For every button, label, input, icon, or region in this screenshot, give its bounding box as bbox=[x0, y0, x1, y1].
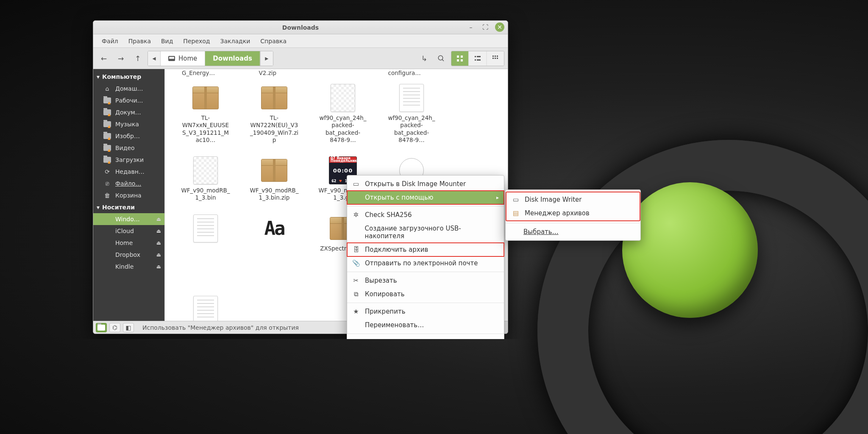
sidebar-media-item[interactable]: Windo…⏏ bbox=[93, 213, 164, 225]
back-button[interactable]: ← bbox=[97, 51, 111, 66]
menu-help[interactable]: Справка bbox=[256, 36, 291, 46]
compact-icon bbox=[492, 55, 499, 62]
menu-go[interactable]: Переход bbox=[179, 36, 214, 46]
breadcrumb: ◂ Home Downloads ▸ bbox=[147, 51, 273, 66]
chevron-right-icon: ▸ bbox=[496, 195, 499, 200]
sidebar-section-computer[interactable]: ▾ Компьютер bbox=[93, 71, 164, 83]
view-mode-switcher bbox=[451, 51, 504, 66]
status-tree-button[interactable]: ⌬ bbox=[109, 323, 120, 332]
svg-rect-6 bbox=[475, 56, 476, 57]
window-title: Downloads bbox=[93, 24, 508, 31]
titlebar[interactable]: Downloads – ⛶ ✕ bbox=[93, 21, 508, 34]
sidebar-media-item[interactable]: Home⏏ bbox=[93, 237, 164, 249]
toggle-path-button[interactable]: ↳ bbox=[417, 51, 431, 66]
ctx-mount-archive[interactable]: 🗄Подключить архив bbox=[347, 243, 504, 256]
search-button[interactable] bbox=[434, 51, 448, 66]
svg-rect-8 bbox=[475, 59, 476, 61]
sidebar-item[interactable]: Докум…▲ bbox=[93, 106, 164, 118]
sidebar: ▾ Компьютер ⌂Домаш…Рабочи…▲Докум…▲Музыка… bbox=[93, 69, 164, 321]
sidebar-item[interactable]: Рабочи…▲ bbox=[93, 95, 164, 106]
menu-view[interactable]: Вид bbox=[157, 36, 177, 46]
sidebar-item[interactable]: ⟳Недавн… bbox=[93, 166, 164, 178]
breadcrumb-prev[interactable]: ◂ bbox=[148, 51, 161, 66]
file-item[interactable] bbox=[180, 214, 231, 284]
menu-file[interactable]: Файл bbox=[97, 36, 122, 46]
sidebar-section-media[interactable]: ▾ Носители bbox=[93, 201, 164, 213]
ctx-check-sha256[interactable]: ✲Check SHA256 bbox=[347, 208, 504, 222]
sidebar-item[interactable]: Музыка▲ bbox=[93, 118, 164, 130]
ctx-make-usb[interactable]: Создание загрузочного USB-накопителя bbox=[347, 222, 504, 243]
file-item[interactable]: wf90_cyan_24h_packed-bat_packed-8478-9… bbox=[317, 83, 368, 144]
ctx-pin[interactable]: ★Прикрепить bbox=[347, 305, 504, 318]
sidebar-media-item[interactable]: iCloud⏏ bbox=[93, 225, 164, 237]
toolbar: ← → ↑ ◂ Home Downloads ▸ ↳ bbox=[93, 48, 508, 69]
up-button[interactable]: ↑ bbox=[131, 51, 145, 66]
file-item[interactable]: TL-WN722N(EU)_V3_190409_Win7.zip bbox=[249, 83, 300, 144]
svg-rect-3 bbox=[461, 56, 463, 58]
sub-archive-manager[interactable]: ▤Менеджер архивов bbox=[507, 206, 639, 220]
ctx-trash[interactable]: 🗑Удалить в корзину bbox=[347, 336, 504, 339]
svg-rect-12 bbox=[497, 56, 498, 57]
status-sidebar-button[interactable]: ◧ bbox=[123, 323, 134, 332]
ctx-send-email[interactable]: 📎Отправить по электронной почте bbox=[347, 256, 504, 270]
file-item[interactable]: Паспорт к pdf… bbox=[180, 295, 231, 321]
svg-rect-5 bbox=[461, 59, 463, 61]
close-button[interactable]: ✕ bbox=[495, 22, 504, 32]
file-item[interactable]: wf90_cyan_24h_packed-bat_packed-8478-9… bbox=[386, 83, 437, 144]
search-icon bbox=[437, 55, 445, 62]
svg-rect-9 bbox=[477, 59, 481, 61]
menubar: Файл Правка Вид Переход Закладки Справка bbox=[93, 34, 508, 48]
file-item[interactable]: TL-WN7xxN_EUUSES_V3_191211_Mac10… bbox=[180, 83, 231, 144]
crumb-downloads[interactable]: Downloads bbox=[205, 51, 260, 66]
sidebar-media-item[interactable]: Dropbox⏏ bbox=[93, 249, 164, 261]
copy-icon: ⧉ bbox=[352, 290, 360, 298]
sidebar-item[interactable]: ⌂Домаш… bbox=[93, 83, 164, 95]
sidebar-item[interactable]: Изобр…▲ bbox=[93, 130, 164, 142]
file-item[interactable]: WF_v90_modRB_1_3.bin.zip bbox=[249, 156, 300, 202]
sub-choose[interactable]: Выбрать… bbox=[506, 225, 640, 239]
view-compact-button[interactable] bbox=[487, 51, 504, 66]
ctx-rename[interactable]: Переименовать… bbox=[347, 318, 504, 332]
separator bbox=[347, 334, 504, 334]
sidebar-item[interactable]: ⎚Файло… bbox=[93, 178, 164, 189]
crumb-home[interactable]: Home bbox=[161, 51, 205, 66]
svg-rect-7 bbox=[477, 56, 481, 57]
svg-rect-4 bbox=[457, 59, 459, 61]
svg-rect-2 bbox=[457, 56, 459, 58]
ctx-open-disk-mounter[interactable]: ▭Открыть в Disk Image Mounter bbox=[347, 177, 504, 191]
sidebar-item[interactable]: 🗑Корзина bbox=[93, 189, 164, 201]
menu-edit[interactable]: Правка bbox=[124, 36, 155, 46]
archive-icon: ▤ bbox=[512, 209, 520, 217]
highlight-box: ▭Disk Image Writer ▤Менеджер архивов bbox=[506, 192, 640, 221]
ctx-cut[interactable]: ✂Вырезать bbox=[347, 274, 504, 287]
view-list-button[interactable] bbox=[469, 51, 486, 66]
menu-bookmarks[interactable]: Закладки bbox=[216, 36, 255, 46]
sidebar-item[interactable]: Видео▲ bbox=[93, 142, 164, 154]
sidebar-item[interactable]: Загрузки▲ bbox=[93, 154, 164, 166]
archive-icon: 🗄 bbox=[352, 246, 360, 253]
maximize-button[interactable]: ⛶ bbox=[481, 22, 490, 32]
svg-rect-13 bbox=[492, 58, 494, 59]
file-item[interactable]: WF_v90_modRB_1_3.bin bbox=[180, 156, 231, 202]
sub-disk-image-writer[interactable]: ▭Disk Image Writer bbox=[507, 193, 639, 206]
breadcrumb-next[interactable]: ▸ bbox=[260, 51, 273, 66]
separator bbox=[347, 303, 504, 303]
context-menu: ▭Открыть в Disk Image Mounter Открыть с … bbox=[347, 175, 504, 339]
sidebar-media-item[interactable]: Kindle⏏ bbox=[93, 261, 164, 273]
ctx-open-with[interactable]: Открыть с помощью▸ bbox=[347, 191, 504, 204]
file-item[interactable]: Aa bbox=[249, 214, 300, 284]
status-places-button[interactable] bbox=[96, 323, 107, 332]
view-icons-button[interactable] bbox=[451, 51, 468, 66]
minimize-button[interactable]: – bbox=[466, 22, 476, 32]
svg-rect-15 bbox=[497, 58, 498, 59]
svg-rect-14 bbox=[495, 58, 496, 59]
ctx-copy[interactable]: ⧉Копировать bbox=[347, 287, 504, 301]
separator bbox=[506, 223, 640, 223]
app-icon: ▭ bbox=[512, 196, 520, 203]
scissors-icon: ✂ bbox=[352, 277, 360, 284]
forward-button[interactable]: → bbox=[114, 51, 128, 66]
screenshot-viewport: Downloads – ⛶ ✕ Файл Правка Вид Переход … bbox=[0, 0, 678, 339]
list-icon bbox=[474, 55, 481, 62]
paperclip-icon: 📎 bbox=[352, 259, 360, 267]
svg-rect-10 bbox=[492, 56, 494, 57]
